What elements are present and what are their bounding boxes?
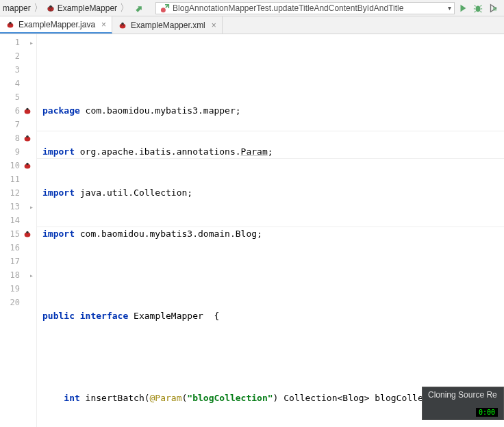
status-title: Cloning Source Re: [428, 390, 498, 400]
line-number: 13: [10, 202, 20, 211]
svg-point-6: [161, 8, 166, 12]
line-number: 5: [15, 92, 20, 102]
line-number: 6: [15, 106, 20, 116]
line-number: 19: [10, 284, 20, 294]
svg-point-13: [121, 25, 122, 25]
test-icon: [160, 3, 170, 13]
line-number: 16: [10, 243, 20, 253]
top-toolbar: mapper 〉 ExampleMapper 〉 BlogAnnotationM…: [0, 0, 504, 16]
svg-point-19: [26, 135, 29, 138]
status-time: 0:00: [476, 408, 498, 417]
line-number: 17: [10, 257, 20, 266]
run-configuration: BlogAnnotationMapperTest.updateTitleAndC…: [155, 2, 455, 14]
line-number: 8: [15, 133, 20, 143]
breadcrumb[interactable]: mapper 〉 ExampleMapper 〉: [3, 2, 129, 14]
coverage-icon[interactable]: [488, 3, 499, 14]
editor-tabs: ExampleMapper.java × ExampleMapper.xml ×: [0, 16, 504, 34]
line-number: 20: [10, 298, 20, 307]
fold-icon[interactable]: ▸: [29, 39, 34, 47]
svg-point-15: [121, 22, 124, 25]
fold-icon[interactable]: ▸: [29, 203, 34, 211]
code-editor[interactable]: package com.baomidou.mybatis3.mapper; im…: [37, 34, 504, 427]
line-number: 18: [10, 270, 20, 280]
close-icon[interactable]: ×: [212, 21, 216, 30]
toolbar-run-controls: [455, 3, 501, 14]
run-config-label: BlogAnnotationMapperTest.updateTitleAndC…: [173, 3, 403, 13]
debug-icon[interactable]: [473, 3, 483, 14]
mybatis-icon[interactable]: [23, 161, 32, 170]
mybatis-icon: [118, 21, 127, 30]
line-number: 7: [15, 120, 20, 129]
svg-point-21: [26, 163, 29, 166]
breadcrumb-file[interactable]: ExampleMapper: [46, 3, 117, 13]
mybatis-icon[interactable]: [23, 106, 32, 116]
svg-point-3: [51, 8, 52, 8]
line-number: 10: [10, 161, 20, 170]
run-icon[interactable]: [457, 3, 468, 14]
line-number: 4: [15, 79, 20, 88]
tab-label: ExampleMapper.java: [18, 20, 95, 29]
breadcrumb-separator-end: 〉: [120, 2, 129, 14]
line-number: 3: [15, 65, 20, 75]
line-number: 11: [10, 174, 20, 184]
breadcrumb-file-label: ExampleMapper: [58, 3, 117, 13]
tab-example-mapper-xml[interactable]: ExampleMapper.xml ×: [112, 16, 223, 34]
tab-example-mapper-java[interactable]: ExampleMapper.java ×: [0, 16, 112, 34]
svg-point-7: [476, 5, 481, 12]
svg-point-11: [9, 21, 12, 24]
mybatis-icon: [46, 3, 55, 13]
breadcrumb-folder[interactable]: mapper: [3, 3, 31, 13]
mybatis-icon[interactable]: [23, 133, 32, 143]
line-number: 12: [10, 188, 20, 198]
breadcrumb-separator: 〉: [34, 2, 43, 14]
tab-label: ExampleMapper.xml: [131, 21, 205, 30]
line-number: 14: [10, 216, 20, 225]
close-icon[interactable]: ×: [101, 20, 106, 29]
svg-point-14: [123, 25, 124, 25]
fold-icon[interactable]: ▸: [29, 272, 34, 279]
svg-point-23: [26, 231, 29, 234]
editor: 1▸ 2 3 4 5 6 7 8 9 10 11 12 13▸ 14 15 16…: [0, 34, 504, 427]
svg-point-17: [26, 108, 29, 111]
line-number: 15: [10, 229, 20, 239]
svg-point-2: [49, 8, 49, 8]
svg-point-9: [9, 24, 10, 25]
cloning-status-popup[interactable]: Cloning Source Re 0:00: [422, 387, 504, 420]
mybatis-icon: [5, 20, 15, 29]
mybatis-icon[interactable]: [23, 229, 32, 239]
svg-point-10: [11, 24, 12, 25]
run-config-selector[interactable]: BlogAnnotationMapperTest.updateTitleAndC…: [155, 2, 455, 14]
gutter[interactable]: 1▸ 2 3 4 5 6 7 8 9 10 11 12 13▸ 14 15 16…: [0, 34, 37, 427]
line-number: 1: [15, 38, 20, 47]
line-number: 2: [15, 51, 20, 61]
svg-point-5: [49, 5, 52, 8]
build-icon[interactable]: [134, 3, 146, 13]
line-number: 9: [15, 147, 20, 157]
